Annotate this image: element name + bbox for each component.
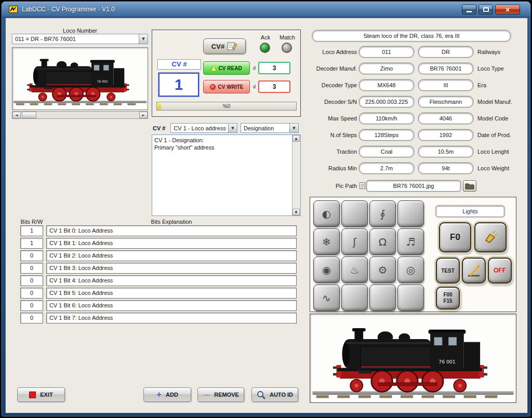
track-switch-icon <box>466 263 482 278</box>
detail-row: N.of Steps 128Steps 1992 Date of Prod. <box>6 129 527 142</box>
detail-value-field[interactable]: 011 <box>359 46 414 58</box>
uncoupler-icon: ʃ <box>353 236 356 248</box>
detail-value-field[interactable]: 2.7m <box>359 163 414 174</box>
fan-icon: ❄ <box>322 236 331 248</box>
detail-left-label: Traction <box>294 146 357 157</box>
remove-button[interactable]: − REMOVE <box>197 387 244 402</box>
detail-value-field[interactable]: Coal <box>359 146 414 157</box>
lamp-button[interactable] <box>474 222 507 252</box>
off-label: OFF <box>494 267 506 274</box>
detail-value-field[interactable]: 4046 <box>418 113 473 124</box>
function-grid-button-9[interactable]: ◉ <box>313 257 340 283</box>
detail-value-field[interactable]: DR <box>418 46 473 58</box>
steam-icon: ♨ <box>350 264 360 276</box>
function-grid-button-13[interactable]: ∿ <box>313 285 340 311</box>
f0-button[interactable]: F0 <box>439 222 471 252</box>
detail-row: Decoder Manuf. Zimo BR76 76001 Loco Type <box>6 63 527 75</box>
bit-explanation-field: CV 1 Bit 2: Loco Address <box>46 250 297 261</box>
function-grid-button-10[interactable]: ♨ <box>341 257 368 283</box>
bit-explanation-field: CV 1 Bit 4: Loco Address <box>46 275 297 286</box>
detail-value-field[interactable]: 128Steps <box>359 129 414 141</box>
dropdown-arrow-button[interactable]: ▼ <box>139 34 148 44</box>
f00-f15-button[interactable]: F00 F15 <box>436 287 460 309</box>
bit-value-field[interactable]: 0 <box>20 288 43 299</box>
detail-value-field[interactable]: 225.000.003.225 <box>359 96 414 107</box>
match-label: Match <box>276 34 299 41</box>
bit-value-field[interactable]: 0 <box>20 275 43 286</box>
function-grid-button-15[interactable] <box>369 285 396 311</box>
bits-explanation-header: Bits Explanation <box>46 219 297 225</box>
test-button[interactable]: TEST <box>436 258 460 284</box>
bit-explanation-field: CV 1 Bit 5: Loco Address <box>46 288 297 299</box>
function-grid-button-16[interactable] <box>397 285 424 311</box>
plus-icon: + <box>156 392 162 397</box>
function-grid-button-1[interactable]: ◐ <box>313 200 340 227</box>
loco-number-label: Loco Number <box>12 28 148 34</box>
close-button[interactable]: × <box>495 5 520 15</box>
speaker-icon: ◉ <box>322 264 331 276</box>
browse-folder-button[interactable] <box>463 180 476 192</box>
detail-value-field[interactable]: 94t <box>418 163 473 174</box>
bit-value-field[interactable]: 0 <box>20 300 43 311</box>
detail-left-label: Decoder S/N <box>294 96 357 107</box>
function-grid-button-8[interactable]: ♬ <box>397 228 424 255</box>
function-grid-button-7[interactable]: Ω <box>369 228 396 255</box>
auto-id-button[interactable]: AUTO ID <box>251 387 298 402</box>
detail-value-field[interactable]: MX648 <box>359 79 414 91</box>
headlight-icon: ◐ <box>322 208 331 220</box>
loco-number-dropdown[interactable]: 011 = DR - BR76 76001 ▼ <box>12 34 148 44</box>
detail-row: Radius Min 2.7m 94t Loco Weight <box>6 163 527 175</box>
detail-value-field[interactable]: III <box>418 79 473 91</box>
function-grid-button-4[interactable] <box>397 200 424 227</box>
auto-id-label: AUTO ID <box>270 392 293 398</box>
loco-photo-large <box>310 314 516 403</box>
bit-value-field[interactable]: 1 <box>20 225 43 236</box>
detail-value-field[interactable]: Fleischmann <box>418 96 473 107</box>
detail-value-field[interactable]: 110km/h <box>359 113 414 124</box>
bit-value-field[interactable]: 0 <box>20 313 43 323</box>
function-panel: ◐ ∮ ❄ ʃ Ω ♬ ◉ ♨ ⚙ ◎ ∿ Light <box>310 197 516 312</box>
pic-path-field[interactable]: BR76 76001.jpg <box>366 180 461 192</box>
maximize-button[interactable] <box>478 5 493 15</box>
detail-right-label: Loco Lenght <box>477 146 525 157</box>
pic-path-label: Pic Path <box>294 180 357 192</box>
scroll-down-icon[interactable]: ▼ <box>292 209 300 215</box>
client-area: Loco Number 011 = DR - BR76 76001 ▼ ◄ ► … <box>5 18 528 413</box>
off-button[interactable]: OFF <box>488 258 512 284</box>
exit-button[interactable]: EXIT <box>17 387 65 402</box>
loco-description-field[interactable]: Steam loco of the DR, class 76, era III <box>312 30 511 42</box>
bit-value-field[interactable]: 0 <box>20 250 43 261</box>
function-group-field[interactable]: Lights <box>436 206 504 217</box>
function-grid-button-2[interactable] <box>341 200 368 227</box>
detail-right-label: Date of Prod. <box>477 129 525 141</box>
exit-label: EXIT <box>40 392 52 398</box>
detail-left-label: Radius Min <box>294 163 357 174</box>
function-grid-button-14[interactable] <box>341 285 368 311</box>
function-grid-button-6[interactable]: ʃ <box>341 228 368 255</box>
minus-icon: − <box>203 392 210 397</box>
bit-value-field[interactable]: 1 <box>20 238 43 249</box>
function-grid-button-12[interactable]: ◎ <box>397 257 424 283</box>
add-button[interactable]: + ADD <box>143 387 191 402</box>
folder-icon <box>465 182 474 190</box>
detail-value-field[interactable]: Zimo <box>359 63 414 74</box>
app-window: LabDCC - CV Programmer - V1.0 × Loco Num… <box>1 1 531 417</box>
detail-value-field[interactable]: 10.5m <box>418 146 473 157</box>
function-grid-button-5[interactable]: ❄ <box>313 228 340 255</box>
minimize-button[interactable] <box>462 5 476 15</box>
remove-label: REMOVE <box>214 392 239 398</box>
bit-value-field[interactable]: 0 <box>20 263 43 274</box>
coupler-icon: ∮ <box>380 208 385 220</box>
close-icon: × <box>506 6 510 14</box>
switch-button[interactable] <box>462 258 486 284</box>
window-title: LabDCC - CV Programmer - V1.0 <box>22 6 115 13</box>
engine-icon: ⚙ <box>378 264 388 276</box>
detail-value-field[interactable]: 1992 <box>418 129 473 141</box>
function-grid-button-11[interactable]: ⚙ <box>369 257 396 283</box>
function-grid: ◐ ∮ ❄ ʃ Ω ♬ ◉ ♨ ⚙ ◎ ∿ <box>313 200 424 311</box>
titlebar[interactable]: LabDCC - CV Programmer - V1.0 × <box>2 2 530 17</box>
bit-explanation-field: CV 1 Bit 6: Loco Address <box>46 300 297 311</box>
minimize-icon <box>467 11 472 12</box>
function-grid-button-3[interactable]: ∮ <box>369 200 396 227</box>
detail-value-field[interactable]: BR76 76001 <box>418 63 473 74</box>
